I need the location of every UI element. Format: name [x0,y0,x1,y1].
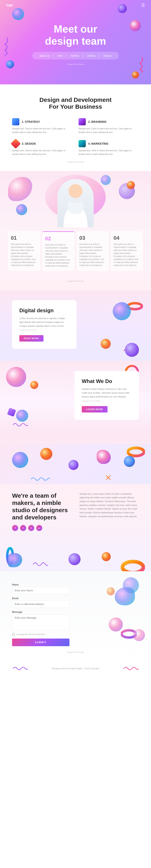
contact-blob-2 [133,629,145,641]
team-numbers-row: 01 Duis aute irure dolor in reprehenderi… [0,227,151,275]
strategy-label: 1. STRATEGY [22,120,40,123]
email-input[interactable] [12,600,70,608]
num-01: 01 [11,235,37,241]
design-card-4-header: 4. MARKETING [78,140,139,147]
hero-nav[interactable]: about us men memes articles #future [32,52,119,60]
cd-blob-1 [115,587,135,606]
branding-label: 2. BRANDING [88,120,106,123]
what-squiggle [12,422,28,428]
read-more-button[interactable]: READ MORE [19,335,44,342]
cd-blob-2 [109,617,123,631]
person-svg [57,179,94,227]
design-text: Sample text. Click to select the text bo… [12,149,73,156]
hero-blob-4 [6,60,14,68]
message-textarea[interactable] [12,614,70,630]
footer-inner: Designed with ♥ by Web Digital - 2019 Co… [12,665,139,672]
mk-squiggle-1 [30,476,50,482]
num-01-text: Duis aute irure dolor in reprehenderit i… [11,243,37,267]
facebook-icon[interactable]: f [12,525,18,531]
squiggle-left [2,36,12,56]
logo: logo [6,3,13,7]
branding-icon [78,118,86,125]
hero-section: logo ☰ Meet our design team about us men… [0,0,151,84]
makers-deco-area [0,444,151,484]
nav-future[interactable]: #future [103,54,111,57]
nav-about[interactable]: about us [40,54,53,57]
digital-blob-1 [113,302,131,320]
nav-memes[interactable]: memes [71,54,83,57]
navbar: logo ☰ [0,0,151,10]
strategy-text: Sample text. Click to select the text bo… [12,127,73,134]
num-02: 02 [45,236,72,242]
mk-blob-5 [124,456,135,467]
terms-checkbox[interactable] [12,633,15,636]
digital-text: Lectus sit amet est placerat in egestas.… [19,316,69,328]
makers-bottom-deco [0,539,151,571]
num-04: 04 [114,235,140,241]
hamburger-menu[interactable]: ☰ [141,3,145,8]
person-silhouette [57,179,94,227]
what-blob-2 [16,410,28,422]
num-03-text: Duis aute irure dolor in reprehenderit i… [79,243,106,267]
name-input[interactable] [12,587,70,594]
hero-blob-3 [130,20,141,31]
name-label: Name [12,583,70,586]
makers-text: Sample text. Lorem ipsum dolor sit amet,… [79,492,139,518]
message-field-group: Message [12,611,70,630]
email-field-group: Email [12,597,70,608]
makers-left: We're a team of makers, a nimble studio … [12,492,72,531]
nav-articles[interactable]: articles [87,54,99,57]
mk-blob-2 [40,448,52,460]
x-shape [106,475,111,480]
design-card-3: 3. DESIGN Sample text. Click to select t… [12,140,73,156]
contact-section: Name Email Message I accept the Terms of… [0,571,151,661]
design-card-3-header: 3. DESIGN [12,140,73,147]
num-03: 03 [79,235,106,241]
what-text: Habitant morbi tristique senectus et. Ne… [82,387,132,398]
email-label: Email [12,597,70,600]
squiggle-right [137,56,147,72]
design-card-4: 4. MARKETING Sample text. Click to selec… [78,140,139,156]
float-blob-1 [16,204,27,215]
design-card-2-header: 2. BRANDING [78,118,139,125]
design-card-1-header: 1. STRATEGY [12,118,73,125]
team-num-card-3: 03 Duis aute irure dolor in reprehenderi… [76,231,109,271]
design-icon [11,138,21,149]
hero-image-credit: Images from Freepik [67,63,84,65]
digital-card: Digital design Lectus sit amet est place… [12,300,76,349]
name-field-group: Name [12,583,70,594]
marketing-icon [78,140,86,147]
googleplus-icon[interactable]: g+ [36,525,42,531]
hero-title: Meet our design team [45,23,106,47]
design-cards-grid: 1. STRATEGY Sample text. Click to select… [12,118,139,156]
youtube-icon[interactable]: y [28,525,34,531]
team-image-credit: Image from Freepik [0,280,151,282]
mk-bot-blob-3 [69,553,80,565]
nav-men[interactable]: men [57,54,67,57]
terms-label: I accept the Terms of Service [16,633,45,636]
mk-bot-blob-1 [8,553,22,567]
digital-section: Digital design Lectus sit amet est place… [0,290,151,361]
design-image-credit: Image from Freepik [12,161,139,163]
design-label: 3. DESIGN [22,142,35,145]
bottom-squiggle [32,560,48,567]
digital-title: Digital design [19,307,69,314]
footer-text: Designed with ♥ by Web Digital - 2019 Co… [52,667,99,670]
marketing-label: 4. MARKETING [88,142,108,145]
footer: Designed with ♥ by Web Digital - 2019 Co… [0,661,151,676]
team-num-card-1: 01 Duis aute irure dolor in reprehenderi… [8,231,40,271]
what-blob-1 [6,367,26,387]
marketing-text: Sample text. Click to select the text bo… [78,149,139,156]
contact-grid: Name Email Message I accept the Terms of… [12,583,139,646]
what-card: What We Do Habitant morbi tristique sene… [75,371,139,420]
svg-point-7 [122,562,143,571]
contact-image-credit: Images from Freepik [12,651,139,653]
mk-blob-4 [97,450,111,464]
learn-more-button[interactable]: LEARN MORE [82,406,107,412]
num-02-text: Duis aute irure dolor in reprehenderit i… [45,243,72,268]
design-section: Design and Development For Your Business… [0,84,151,171]
team-num-card-2: 02 Duis aute irure dolor in reprehenderi… [42,231,75,271]
twitter-icon[interactable]: t [20,525,26,531]
submit-button[interactable]: SUBMIT [12,639,70,646]
mk-blob-1 [12,452,28,468]
